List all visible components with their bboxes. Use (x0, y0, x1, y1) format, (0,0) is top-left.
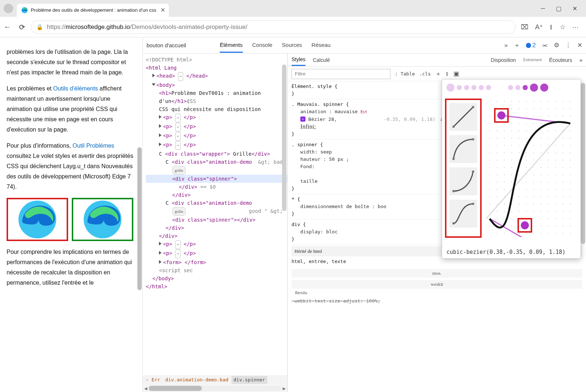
bad-spinner-demo (7, 198, 68, 241)
bezier-caption: cubic-bezier(0.38,-0.35, 0.09, 1.18) (446, 249, 565, 255)
styles-panel: Styles Calculé Disposition Événement Éco… (288, 53, 586, 392)
issues-badge[interactable]: 2 (526, 42, 536, 49)
devtools-panel: bouton d'accueil Éléments Console Source… (143, 37, 586, 392)
good-spinner-demo (72, 198, 133, 241)
profile-avatar[interactable] (4, 4, 13, 13)
browser-tab-active[interactable]: Problème des outils de développement : a… (17, 4, 169, 17)
tab-console[interactable]: Console (252, 38, 272, 53)
window-maximize[interactable]: ▢ (556, 5, 561, 12)
bezier-curve-canvas[interactable] (486, 98, 574, 237)
dom-line: <html Lang (146, 65, 177, 71)
svg-point-6 (472, 138, 474, 140)
inspect-target-label: bouton d'accueil (146, 42, 220, 48)
styles-cls-toggle[interactable]: .cls (419, 71, 431, 77)
dom-vscroll[interactable] (282, 64, 286, 211)
bezier-preset-easeout[interactable] (449, 135, 477, 163)
edge-logo-bad (17, 199, 58, 240)
bezier-handle-p1[interactable] (518, 218, 532, 233)
styles-tabs-overflow-icon[interactable]: » (579, 57, 582, 63)
kebab-icon[interactable]: ⋮ (565, 41, 571, 49)
settings-icon[interactable]: ⚙ (554, 41, 559, 49)
tab-network[interactable]: Réseau (312, 38, 331, 53)
styles-computed-panel-icon[interactable]: ▣ (453, 70, 459, 78)
bezier-editor-popover[interactable]: cubic-bezier(0.38,-0.35, 0.09, 1.18) (442, 79, 581, 259)
styles-add-rule-icon[interactable]: ＋ (435, 70, 441, 78)
svg-point-7 (452, 190, 455, 192)
window-minimize[interactable]: ─ (541, 5, 545, 12)
bezier-presets[interactable] (445, 99, 482, 238)
dom-tree[interactable]: <!DOCTYPE html> <html Lang <head> ⋯ </he… (143, 53, 288, 392)
tab-close-icon[interactable]: ✕ (160, 7, 165, 14)
styles-tab-listeners[interactable]: Écouteurs (549, 55, 572, 66)
tab-title: Problème des outils de développement : a… (31, 7, 156, 13)
link-issues-tool[interactable]: Outil Problèmes (73, 143, 114, 149)
back-button[interactable]: ← (0, 23, 15, 31)
close-devtools-icon[interactable]: ✕ (577, 41, 582, 49)
svg-point-9 (452, 222, 455, 224)
tab-elements[interactable]: Éléments (220, 38, 243, 53)
styles-pseudo-toggle[interactable]: : Table (395, 71, 415, 77)
edge-icon (21, 7, 28, 14)
svg-line-11 (486, 123, 570, 219)
bezier-preview-dots (446, 83, 576, 92)
window-titlebar: Problème des outils de développement : a… (0, 0, 586, 17)
kiosk-icon[interactable]: ⌧ (521, 23, 528, 31)
svg-point-5 (452, 158, 455, 160)
lock-icon: 🔒 (36, 24, 43, 30)
link-elements-tool[interactable]: Outils d'éléments (53, 85, 98, 92)
read-aloud-icon[interactable]: A⁺ (535, 23, 543, 31)
styles-tab-computed[interactable]: Calculé (313, 55, 330, 66)
edge-logo-good (82, 199, 123, 240)
add-tab-icon[interactable]: ＋ (514, 41, 520, 49)
url-field[interactable]: 🔒 https://microsoftedge.github.io/Demos/… (31, 21, 516, 34)
tab-sources[interactable]: Sources (282, 38, 302, 53)
url-text: https://microsoftedge.github.io/Demos/de… (47, 23, 247, 31)
styles-tab-styles[interactable]: Styles (292, 54, 305, 66)
tabs-overflow-icon[interactable]: » (504, 42, 508, 49)
svg-point-4 (472, 106, 474, 108)
bezier-preset-linearish[interactable] (449, 103, 477, 131)
page-text: Les problèmes et Outils d'éléments affic… (7, 84, 137, 135)
page-text: Pour comprendre les implications en term… (7, 247, 137, 288)
dom-selected-node[interactable]: <div class="spinner"> (146, 175, 287, 183)
address-bar: ← ⟳ 🔒 https://microsoftedge.github.io/De… (0, 17, 586, 37)
more-icon[interactable]: ⋯ (572, 23, 579, 31)
bezier-preset-easein[interactable] (449, 167, 477, 195)
dom-breadcrumb[interactable]: ‹ Err div.animation-demo.bad div.spinner (143, 375, 287, 385)
extensions-icon[interactable]: ⫘ (542, 42, 548, 49)
page-text: problèmes lors de l'utilisation de la pa… (7, 47, 137, 78)
reader-icon[interactable]: ⫿ (550, 23, 553, 31)
styles-filter-input[interactable] (292, 69, 390, 79)
styles-brush-icon[interactable]: ⫾ (446, 70, 449, 78)
styles-tab-layout[interactable]: Disposition (491, 55, 516, 66)
dom-hscroll[interactable]: ◀▶ (143, 385, 287, 392)
window-controls: ─ ▢ ✕ (532, 5, 586, 12)
styles-tab-event[interactable]: Événement (523, 58, 542, 62)
refresh-button[interactable]: ⟳ (15, 23, 29, 32)
page-content: problèmes lors de l'utilisation de la pa… (0, 37, 143, 392)
styles-scrollbar[interactable] (581, 83, 585, 244)
svg-point-8 (472, 170, 474, 173)
window-close[interactable]: ✕ (572, 5, 577, 12)
dom-line: <!DOCTYPE html> (146, 56, 287, 64)
page-text: Pour plus d'informations, Outil Problème… (7, 141, 137, 192)
bezier-preset-ease[interactable] (449, 200, 477, 228)
bezier-handle-p2[interactable] (494, 108, 509, 123)
svg-point-3 (452, 125, 455, 127)
favorite-icon[interactable]: ☆ (560, 23, 565, 31)
page-scrollbar[interactable] (137, 147, 142, 290)
svg-point-10 (472, 203, 474, 205)
